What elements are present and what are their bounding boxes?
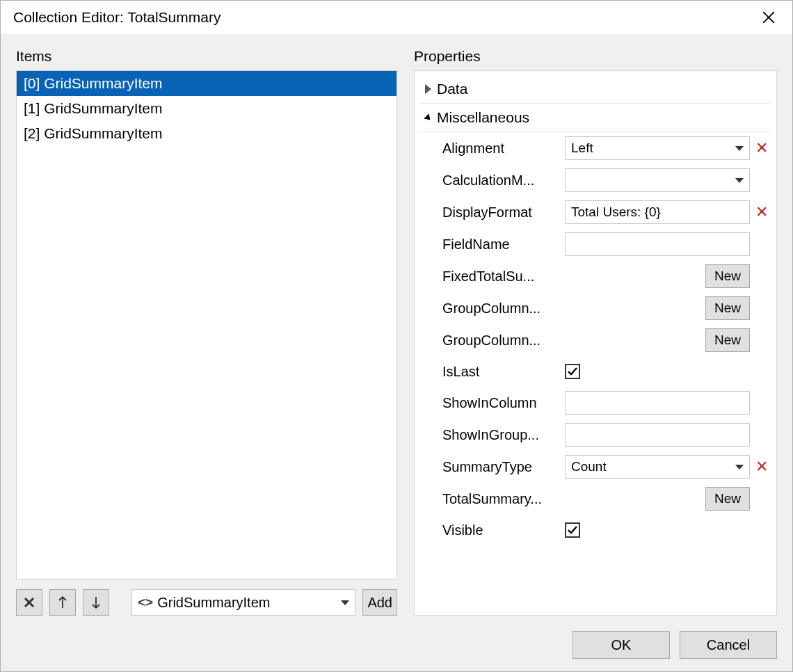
reset-button[interactable]: ✕ [754, 141, 769, 156]
items-list[interactable]: [0] GridSummaryItem [1] GridSummaryItem … [16, 70, 397, 579]
prop-label: FixedTotalSu... [442, 269, 559, 285]
new-button[interactable]: New [705, 487, 750, 511]
show-in-column-input[interactable] [565, 391, 750, 415]
combo-value: Left [571, 141, 735, 156]
items-heading: Items [16, 48, 397, 65]
chevron-down-icon [735, 178, 744, 183]
prop-fixed-total-summary: FixedTotalSu... New [420, 260, 771, 292]
list-item[interactable]: [1] GridSummaryItem [17, 96, 397, 121]
prop-label: DisplayFormat [442, 205, 559, 221]
move-down-button[interactable] [83, 589, 109, 616]
content-area: Items [0] GridSummaryItem [1] GridSummar… [1, 34, 792, 621]
chevron-down-icon [735, 465, 744, 470]
field-name-input[interactable] [565, 232, 750, 256]
cancel-button[interactable]: Cancel [680, 631, 777, 659]
properties-panel: Data Miscellaneous Alignment Left [414, 70, 777, 616]
x-icon [24, 597, 35, 608]
prop-label: FieldName [442, 237, 559, 253]
expand-icon [423, 84, 433, 94]
category-label: Miscellaneous [437, 109, 529, 126]
prop-group-column-1: GroupColumn... New [420, 292, 771, 324]
is-last-checkbox[interactable] [565, 364, 580, 379]
prop-alignment: Alignment Left ✕ [420, 132, 771, 164]
prop-calculation-mode: CalculationM... [420, 164, 771, 196]
dialog-footer: OK Cancel [1, 621, 792, 671]
titlebar: Collection Editor: TotalSummary [1, 1, 792, 34]
ok-button[interactable]: OK [572, 631, 670, 659]
move-up-button[interactable] [49, 589, 76, 616]
properties-column: Properties Data Miscellaneous Alignment [414, 48, 777, 616]
prop-is-last: IsLast [420, 356, 771, 387]
list-item[interactable]: [0] GridSummaryItem [17, 71, 397, 96]
items-toolbar: <> GridSummaryItem Add [16, 589, 397, 616]
prop-group-column-2: GroupColumn... New [420, 324, 771, 356]
reset-button[interactable]: ✕ [754, 459, 769, 474]
list-item[interactable]: [2] GridSummaryItem [17, 121, 397, 146]
prop-show-in-group: ShowInGroup... [420, 419, 771, 451]
properties-heading: Properties [414, 48, 777, 65]
prop-label: Alignment [442, 141, 559, 157]
collection-editor-dialog: Collection Editor: TotalSummary Items [0… [0, 0, 793, 672]
new-button[interactable]: New [705, 264, 750, 288]
arrow-up-icon [58, 596, 67, 609]
prop-label: IsLast [442, 364, 559, 380]
category-miscellaneous[interactable]: Miscellaneous [420, 104, 771, 132]
collapse-icon [423, 113, 433, 122]
close-icon [762, 11, 775, 24]
summary-type-combo[interactable]: Count [565, 455, 750, 479]
category-label: Data [437, 81, 467, 97]
chevron-down-icon [735, 146, 744, 151]
prop-display-format: DisplayFormat ✕ [420, 196, 771, 228]
prop-label: SummaryType [442, 459, 559, 475]
prop-label: ShowInColumn [442, 395, 559, 411]
prop-label: Visible [442, 522, 559, 538]
new-button[interactable]: New [705, 328, 750, 352]
prop-visible: Visible [420, 515, 771, 545]
arrow-down-icon [91, 596, 101, 609]
calculation-mode-combo[interactable] [565, 168, 750, 192]
prop-summary-type: SummaryType Count ✕ [420, 451, 771, 483]
prop-total-summary: TotalSummary... New [420, 483, 771, 515]
combo-value: Count [571, 459, 735, 474]
check-icon [567, 525, 578, 536]
display-format-input[interactable] [565, 200, 750, 224]
visible-checkbox[interactable] [565, 522, 580, 538]
show-in-group-input[interactable] [565, 423, 750, 447]
add-button[interactable]: Add [362, 589, 397, 616]
prop-label: TotalSummary... [442, 491, 559, 507]
type-selector[interactable]: <> GridSummaryItem [131, 589, 355, 616]
prop-label: GroupColumn... [442, 301, 559, 317]
dialog-title: Collection Editor: TotalSummary [13, 9, 221, 26]
reset-button[interactable]: ✕ [754, 205, 769, 220]
remove-button[interactable] [16, 589, 42, 616]
type-selector-label: GridSummaryItem [157, 595, 337, 611]
check-icon [567, 366, 578, 377]
prop-label: ShowInGroup... [442, 427, 559, 443]
chevron-down-icon [341, 600, 349, 605]
close-button[interactable] [755, 6, 783, 29]
prop-label: GroupColumn... [442, 333, 559, 349]
code-brackets-icon: <> [138, 595, 153, 610]
category-data[interactable]: Data [420, 75, 771, 104]
new-button[interactable]: New [705, 296, 750, 320]
items-column: Items [0] GridSummaryItem [1] GridSummar… [16, 48, 397, 616]
alignment-combo[interactable]: Left [565, 136, 750, 160]
prop-show-in-column: ShowInColumn [420, 387, 771, 419]
prop-label: CalculationM... [442, 173, 559, 189]
prop-field-name: FieldName [420, 228, 771, 260]
